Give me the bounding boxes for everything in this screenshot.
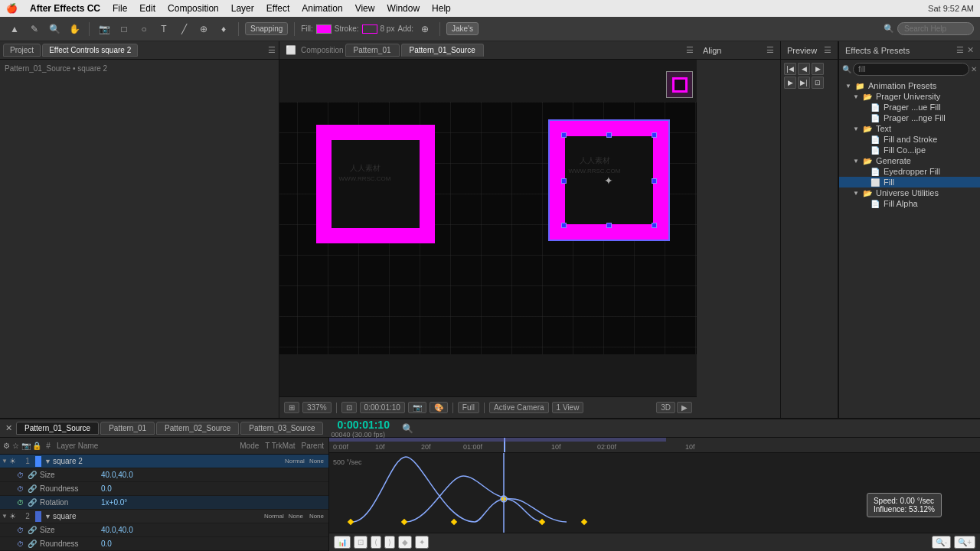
effects-menu-icon[interactable]: ☰ <box>956 45 964 55</box>
tree-animation-presets[interactable]: ▼ 📁 Animation Presets <box>839 80 980 91</box>
tab-pattern01[interactable]: Pattern_01 <box>345 44 400 57</box>
fill-color-box[interactable] <box>316 24 332 34</box>
composition-viewer[interactable]: 人人素材WWW.RRSC.COM <box>279 60 697 396</box>
app-name[interactable]: After Effects CC <box>30 3 100 14</box>
close-tab-icon[interactable]: ✕ <box>3 423 15 433</box>
pen-tool[interactable]: ✎ <box>26 21 43 37</box>
comp-menu-icon[interactable]: ☰ <box>686 45 694 55</box>
skip-end-button[interactable]: ▶| <box>798 77 810 89</box>
handle-ml[interactable] <box>561 178 567 184</box>
3d-button[interactable]: 3D <box>656 402 675 413</box>
tree-universe-utils[interactable]: ▼ 📂 Universe Utilities <box>839 187 980 198</box>
puppet-tool[interactable]: ♦ <box>215 21 232 37</box>
layer-name-2[interactable]: square <box>53 512 263 520</box>
work-area-bar[interactable] <box>329 438 666 442</box>
camera-button[interactable]: Active Camera <box>489 402 549 413</box>
view-button[interactable]: 1 View <box>552 402 584 413</box>
tab-effect-controls[interactable]: Effect Controls square 2 <box>42 44 138 57</box>
search-help-input[interactable] <box>897 22 974 35</box>
ellipse-tool[interactable]: ○ <box>136 21 152 37</box>
square-right[interactable]: ✦ 人人素材WWW.RRSC.COM <box>550 121 668 240</box>
timecode-display[interactable]: 0:00:01:10 <box>360 402 405 413</box>
tab-project[interactable]: Project <box>3 44 41 57</box>
zoom-level[interactable]: 337% <box>302 402 332 413</box>
zoom-tool[interactable]: 🔍 <box>46 21 63 37</box>
ease-out[interactable]: ⟩ <box>384 536 395 549</box>
layer-expand-icon-2[interactable]: ▼ <box>43 513 53 520</box>
apple-menu[interactable]: 🍎 <box>6 3 18 14</box>
tree-prager-blue[interactable]: 📄 Prager ...ue Fill <box>839 102 980 112</box>
full-preview-button[interactable]: ⊡ <box>812 77 824 89</box>
square-left[interactable]: 人人素材WWW.RRSC.COM <box>316 125 435 243</box>
snap-kf[interactable]: ✦ <box>415 536 429 549</box>
handle-bc[interactable] <box>606 223 612 228</box>
handle-mr[interactable] <box>652 178 657 184</box>
snapping-button[interactable]: Snapping <box>245 22 288 35</box>
prop-val-roundness-1[interactable]: 0.0 <box>101 484 112 493</box>
tree-eyedropper-fill[interactable]: 📄 Eyedropper Fill <box>839 166 980 177</box>
color-button[interactable]: 🎨 <box>430 402 448 413</box>
prop-val-rotation[interactable]: 1x+0.0° <box>101 498 127 507</box>
add-btn[interactable]: ⊕ <box>416 21 433 37</box>
layer-expand-icon-1[interactable]: ▼ <box>43 458 53 465</box>
handle-tl[interactable] <box>561 132 567 138</box>
layer-name-1[interactable]: square 2 <box>53 457 283 465</box>
layer-row-square2[interactable]: ▼ ☀ 1 ▼ square 2 Normal None <box>0 455 328 468</box>
text-tool[interactable]: T <box>155 21 172 37</box>
skip-start-button[interactable]: |◀ <box>784 63 796 75</box>
preview-thumbnail[interactable] <box>666 71 693 98</box>
effects-close-icon[interactable]: ✕ <box>967 45 974 55</box>
prop-val-size-1[interactable]: 40.0,40.0 <box>101 471 133 479</box>
toggle-graph[interactable]: 📊 <box>334 536 351 549</box>
tab-pattern01-source[interactable]: Pattern_01_Source <box>401 44 484 57</box>
tab-timeline-pattern03src[interactable]: Pattern_03_Source <box>240 422 323 435</box>
graph-area[interactable]: 500 °/sec <box>329 453 980 533</box>
workspace-button[interactable]: Jake's <box>446 22 479 35</box>
tree-text[interactable]: ▼ 📂 Text <box>839 123 980 134</box>
menu-effect[interactable]: Effect <box>266 3 289 14</box>
fast-preview[interactable]: ▶ <box>677 402 692 413</box>
resize-button[interactable]: ⊡ <box>341 402 357 413</box>
cursor-indicator[interactable] <box>930 513 938 520</box>
rect-tool[interactable]: □ <box>116 21 132 37</box>
stopwatch-icon-rotation[interactable]: ⏱ <box>17 499 28 507</box>
menu-view[interactable]: View <box>355 3 375 14</box>
search-clear-icon[interactable]: ✕ <box>971 65 977 73</box>
selection-tool[interactable]: ▲ <box>6 21 23 37</box>
menu-edit[interactable]: Edit <box>139 3 155 14</box>
prev-frame-button[interactable]: ◀ <box>798 63 810 75</box>
align-menu-icon[interactable]: ☰ <box>766 45 774 55</box>
handle-tc[interactable] <box>606 132 612 138</box>
handle-br[interactable] <box>652 223 657 228</box>
panel-menu-icon[interactable]: ☰ <box>268 45 276 55</box>
handle-tr[interactable] <box>652 132 657 138</box>
tree-prager-orange[interactable]: 📄 Prager ...nge Fill <box>839 112 980 123</box>
tree-prager-univ[interactable]: ▼ 📂 Prager University <box>839 91 980 102</box>
timeline-timecode[interactable]: 0:00:01:10 <box>331 419 396 431</box>
zoom-in-time[interactable]: 🔍+ <box>954 536 975 549</box>
ease-in[interactable]: ⟨ <box>371 536 381 549</box>
quality-button[interactable]: Full <box>458 402 479 413</box>
tree-fill-coipe[interactable]: 📄 Fill Co...ipe <box>839 145 980 155</box>
menu-composition[interactable]: Composition <box>168 3 219 14</box>
search-timeline-icon[interactable]: 🔍 <box>402 423 413 434</box>
timeline-ruler[interactable]: 0:00f 10f 20f 01:00f 10f 02:00f 10f <box>329 438 980 453</box>
layer-expand-1[interactable]: ▼ <box>2 458 9 465</box>
tree-generate[interactable]: ▼ 📂 Generate <box>839 155 980 166</box>
menu-file[interactable]: File <box>113 3 127 14</box>
tree-fill-stroke[interactable]: 📄 Fill and Stroke <box>839 134 980 145</box>
camera-tool[interactable]: 📷 <box>96 21 113 37</box>
hand-tool[interactable]: ✋ <box>66 21 83 37</box>
prop-val-roundness-2[interactable]: 0.0 <box>101 540 112 548</box>
play-button[interactable]: ▶ <box>812 63 824 75</box>
stroke-color-box[interactable] <box>362 24 377 34</box>
brush-tool[interactable]: ╱ <box>175 21 192 37</box>
stopwatch-icon[interactable]: ⏱ <box>17 485 28 493</box>
tree-fill-alpha[interactable]: 📄 Fill Alpha <box>839 198 980 209</box>
snapshot-button[interactable]: 📷 <box>408 402 426 413</box>
stopwatch-icon[interactable]: ⏱ <box>17 471 28 479</box>
prop-val-size-2[interactable]: 40.0,40.0 <box>101 526 133 534</box>
zoom-out-time[interactable]: 🔍- <box>932 536 951 549</box>
tab-timeline-pattern01[interactable]: Pattern_01 <box>100 422 155 435</box>
fit-graph[interactable]: ⊡ <box>354 536 368 549</box>
